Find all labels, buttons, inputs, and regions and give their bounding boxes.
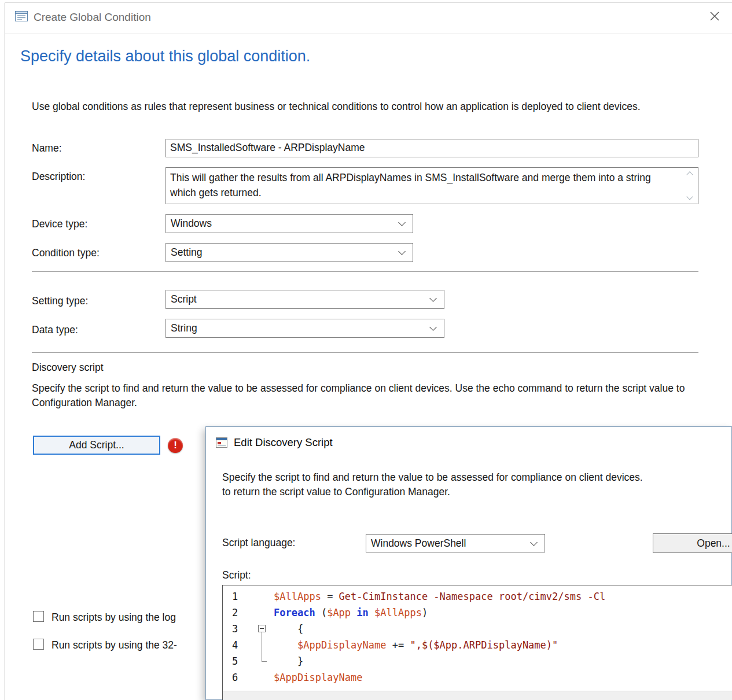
device-type-dropdown[interactable]: Windows	[165, 214, 413, 233]
code-fold-margin	[252, 605, 273, 621]
code-text: Foreach ($App in $AllApps)	[273, 605, 428, 621]
edit-discovery-script-dialog: Edit Discovery Script Specify the script…	[205, 426, 732, 700]
code-fold-margin	[252, 669, 273, 686]
script-label: Script:	[222, 569, 251, 581]
device-type-label: Device type:	[32, 218, 87, 230]
name-label: Name:	[32, 142, 62, 154]
code-line: 3 {	[223, 621, 732, 637]
data-type-dropdown[interactable]: String	[165, 319, 444, 338]
chevron-down-icon	[398, 219, 406, 226]
device-type-value: Windows	[171, 215, 212, 233]
code-fold-marker	[252, 653, 273, 669]
code-line: 5 }	[223, 653, 732, 669]
script-editor[interactable]: 1$AllApps = Get-CimInstance -Namespace r…	[222, 585, 732, 700]
add-script-button[interactable]: Add Script...	[33, 436, 160, 455]
condition-type-value: Setting	[171, 244, 202, 261]
code-text: }	[273, 653, 303, 669]
chevron-down-icon	[429, 323, 437, 331]
scroll-down-icon[interactable]	[686, 193, 693, 200]
code-text: $AllApps = Get-CimInstance -Namespace ro…	[273, 588, 605, 605]
global-condition-icon	[14, 9, 28, 23]
dialog-description-line2: to return the script value to Configurat…	[222, 485, 732, 499]
script-form-icon	[215, 436, 228, 449]
dialog-description: Specify the script to find and return th…	[222, 470, 732, 499]
validation-error-icon: !	[168, 438, 183, 453]
code-text: $AppDisplayName	[273, 669, 363, 686]
run-32bit-label: Run scripts by using the 32-	[52, 639, 177, 651]
discovery-script-label: Discovery script	[32, 362, 104, 374]
data-type-label: Data type:	[32, 324, 78, 336]
titlebar-divider	[5, 33, 732, 34]
script-language-label: Script language:	[222, 537, 295, 549]
condition-type-dropdown[interactable]: Setting	[165, 243, 413, 262]
dialog-title: Edit Discovery Script	[234, 436, 333, 449]
chevron-down-icon	[398, 248, 406, 255]
line-number: 3	[223, 621, 252, 637]
window-top-border	[5, 2, 732, 3]
description-text: This will gather the results from all AR…	[170, 170, 668, 200]
code-line: 6$AppDisplayName	[223, 669, 732, 686]
run-as-logged-on-user-checkbox[interactable]	[33, 611, 44, 622]
window-title: Create Global Condition	[34, 11, 151, 24]
description-label: Description:	[32, 171, 85, 183]
name-input[interactable]: SMS_InstalledSoftware - ARPDisplayName	[165, 139, 698, 157]
code-text: $AppDisplayName += ",$($App.ARPDisplayNa…	[273, 637, 558, 653]
dialog-description-line1: Specify the script to find and return th…	[222, 470, 732, 485]
run-as-logged-on-user-label: Run scripts by using the log	[52, 611, 176, 624]
line-number: 5	[223, 653, 252, 669]
condition-type-label: Condition type:	[32, 247, 100, 259]
close-icon[interactable]	[707, 9, 722, 24]
setting-type-value: Script	[171, 290, 197, 308]
line-number: 2	[223, 605, 252, 621]
line-number: 6	[223, 669, 252, 686]
chevron-down-icon	[429, 294, 437, 302]
code-line: 4 $AppDisplayName += ",$($App.ARPDisplay…	[223, 637, 732, 653]
description-input[interactable]: This will gather the results from all AR…	[165, 167, 698, 204]
data-type-value: String	[171, 319, 197, 337]
create-global-condition-window: Create Global Condition Specify details …	[0, 0, 732, 700]
script-language-value: Windows PowerShell	[371, 535, 466, 552]
code-fold-marker	[252, 637, 273, 653]
section-divider	[32, 352, 698, 353]
setting-type-label: Setting type:	[32, 295, 88, 307]
scroll-up-icon[interactable]	[686, 171, 693, 178]
intro-text: Use global conditions as rules that repr…	[32, 100, 689, 114]
line-number: 4	[223, 637, 252, 653]
code-lines: 1$AllApps = Get-CimInstance -Namespace r…	[223, 588, 732, 686]
open-button[interactable]: Open...	[653, 533, 732, 553]
horizontal-scrollbar[interactable]	[223, 691, 732, 700]
discovery-script-description: Specify the script to find and return th…	[32, 381, 691, 410]
window-left-border	[5, 2, 5, 700]
code-fold-margin	[252, 588, 273, 605]
script-language-dropdown[interactable]: Windows PowerShell	[366, 534, 545, 552]
page-title: Specify details about this global condit…	[20, 47, 310, 65]
setting-type-dropdown[interactable]: Script	[165, 290, 444, 309]
code-text: {	[273, 621, 303, 637]
code-line: 1$AllApps = Get-CimInstance -Namespace r…	[223, 588, 732, 605]
run-32bit-checkbox[interactable]	[33, 639, 44, 650]
chevron-down-icon	[530, 539, 538, 546]
code-fold-marker[interactable]	[252, 621, 273, 637]
line-number: 1	[223, 588, 252, 605]
code-line: 2Foreach ($App in $AllApps)	[223, 605, 732, 621]
section-divider	[32, 271, 698, 272]
